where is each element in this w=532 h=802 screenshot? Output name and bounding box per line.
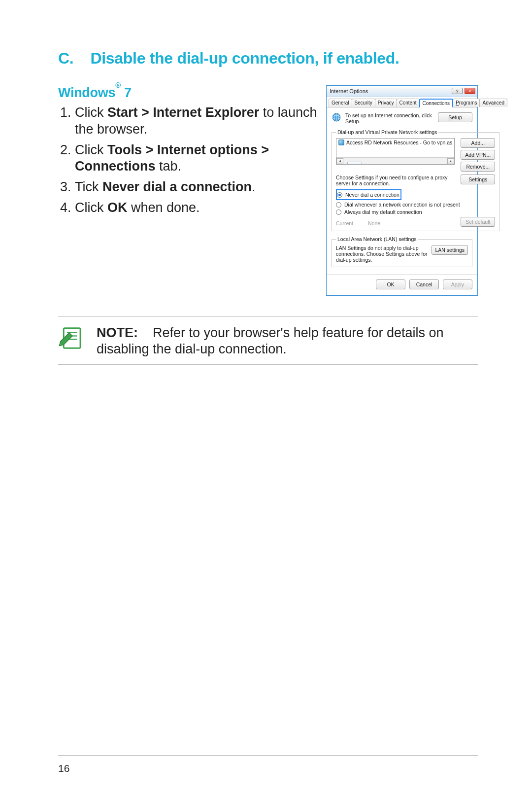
lan-legend: Local Area Network (LAN) settings [336, 236, 418, 242]
setup-button[interactable]: SSetupetup [438, 112, 472, 122]
radio-dial-when-no-network[interactable]: Dial whenever a network connection is no… [336, 202, 495, 208]
step-3: Tick Never dial a connection. [75, 179, 317, 196]
section-heading: C.Disable the dial-up connection, if ena… [58, 49, 478, 68]
footer-rule [58, 755, 478, 756]
radio-always-dial[interactable]: Always dial my default connection [336, 209, 495, 215]
scroll-thumb[interactable] [347, 162, 362, 165]
close-button[interactable]: × [465, 88, 475, 94]
note-text: NOTE: Refer to your browser's help featu… [97, 325, 478, 357]
scroll-right-icon[interactable]: ▸ [447, 158, 454, 164]
current-label: Current [336, 220, 353, 226]
set-default-button[interactable]: Set default [461, 217, 495, 227]
radio-icon [336, 202, 341, 208]
vpn-group: Dial-up and Virtual Private Network sett… [332, 129, 499, 231]
lan-settings-button[interactable]: LAN settings [432, 245, 468, 255]
os-subheading: Windows® 7 [58, 85, 317, 101]
listbox-scrollbar[interactable]: ◂ ▸ [336, 157, 454, 164]
vpn-listbox[interactable]: Access RD Network Resources - Go to vpn.… [336, 138, 455, 165]
tab-content[interactable]: Content [397, 99, 420, 107]
section-title: Disable the dial-up connection, if enabl… [90, 49, 399, 67]
tab-strip: General Security Privacy Content Connect… [327, 97, 477, 107]
cancel-button[interactable]: Cancel [409, 279, 439, 289]
internet-options-dialog: Internet Options ? × General Security Pr… [326, 85, 478, 296]
note-block: NOTE: Refer to your browser's help featu… [58, 316, 478, 365]
proxy-text: Choose Settings if you need to configure… [336, 174, 458, 186]
radio-never-dial[interactable]: Never dial a connection [337, 192, 399, 198]
lan-group: Local Area Network (LAN) settings LAN Se… [332, 236, 472, 267]
settings-button[interactable]: Settings [461, 174, 495, 184]
tab-programs[interactable]: PProgramsrograms [453, 99, 480, 107]
add-vpn-button[interactable]: Add VPN... [461, 150, 495, 160]
tab-privacy[interactable]: Privacy [375, 99, 397, 107]
dialog-title: Internet Options [330, 88, 368, 94]
step-4: Click OK when done. [75, 200, 317, 216]
vpn-item[interactable]: Access RD Network Resources - Go to vpn.… [336, 139, 454, 146]
add-button[interactable]: Add... [461, 138, 495, 148]
remove-button[interactable]: Remove... [461, 162, 495, 172]
current-value: None [368, 220, 380, 226]
step-1: Click Start > Internet Explorer to launc… [75, 105, 317, 138]
ok-button[interactable]: OK [376, 279, 405, 289]
tab-connections[interactable]: Connections [419, 99, 454, 107]
help-button[interactable]: ? [452, 88, 463, 94]
globe-icon [332, 112, 341, 122]
note-icon [58, 325, 85, 351]
step-2: Click Tools > Internet options > Connect… [75, 142, 317, 175]
vpn-legend: Dial-up and Virtual Private Network sett… [336, 129, 438, 135]
tab-security[interactable]: Security [352, 99, 375, 107]
page-number: 16 [58, 763, 69, 774]
section-letter: C. [58, 49, 73, 67]
apply-button[interactable]: Apply [443, 279, 472, 289]
lan-text: LAN Settings do not apply to dial-up con… [336, 245, 429, 263]
connection-icon [338, 139, 344, 145]
tab-advanced[interactable]: Advanced [479, 99, 507, 107]
dialog-titlebar[interactable]: Internet Options ? × [327, 86, 477, 97]
radio-icon [337, 192, 342, 198]
radio-icon [336, 209, 341, 215]
step-list: Click Start > Internet Explorer to launc… [58, 105, 317, 216]
setup-text: To set up an Internet connection, click … [345, 112, 434, 124]
scroll-left-icon[interactable]: ◂ [336, 158, 343, 164]
tab-general[interactable]: General [329, 99, 352, 107]
